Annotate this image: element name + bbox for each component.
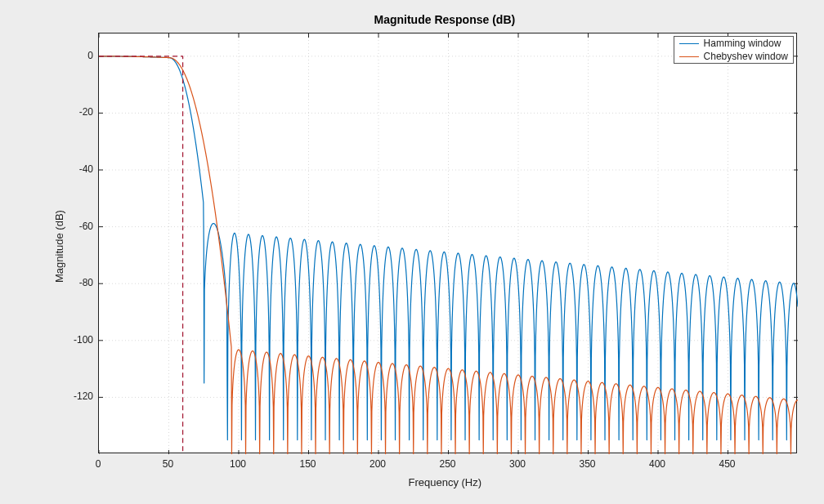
spec-mask (99, 56, 183, 454)
y-tick-label: -20 (60, 106, 93, 118)
series-hamming (99, 56, 798, 440)
y-tick-label: -60 (60, 221, 93, 232)
x-tick-label: 150 (299, 458, 316, 470)
legend-label: Chebyshev window (704, 51, 788, 62)
x-tick-label: 300 (509, 458, 526, 470)
figure: Magnitude Response (dB) Frequency (Hz) M… (0, 0, 824, 504)
chart-title: Magnitude Response (dB) (374, 13, 516, 26)
legend-swatch (679, 56, 699, 57)
x-tick-label: 450 (719, 458, 735, 470)
legend-label: Hamming window (704, 38, 781, 49)
x-tick-label: 100 (230, 458, 246, 470)
x-tick-label: 0 (96, 458, 101, 470)
x-tick-label: 350 (579, 458, 595, 470)
x-tick-label: 200 (369, 458, 386, 470)
plot-axes[interactable] (98, 33, 797, 453)
legend-swatch (679, 43, 699, 44)
y-tick-label: -120 (60, 390, 93, 402)
legend[interactable]: Hamming windowChebyshev window (674, 36, 794, 64)
y-tick-label: 0 (60, 50, 93, 61)
y-tick-label: -80 (60, 277, 93, 288)
y-tick-label: -40 (60, 163, 93, 175)
x-tick-label: 250 (439, 458, 455, 470)
legend-item[interactable]: Chebyshev window (674, 50, 793, 63)
x-axis-label: Frequency (Hz) (409, 476, 482, 488)
x-tick-label: 400 (649, 458, 665, 470)
y-tick-label: -100 (60, 334, 93, 346)
legend-item[interactable]: Hamming window (674, 37, 793, 50)
x-tick-label: 50 (163, 458, 173, 470)
